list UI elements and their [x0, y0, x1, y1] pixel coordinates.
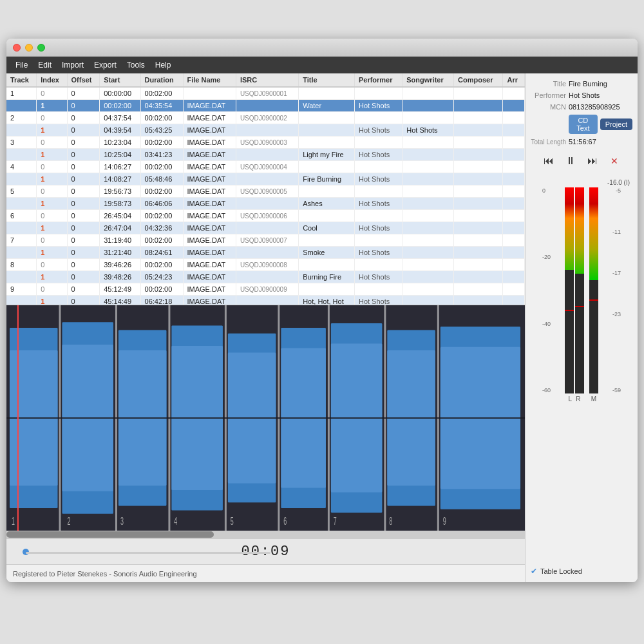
waveform-scrollbar[interactable]	[6, 531, 525, 538]
m-meter-peak	[589, 299, 598, 301]
table-row[interactable]: 1039:48:2605:24:23IMAGE.DATBurning FireH…	[6, 271, 525, 283]
svg-text:2: 2	[67, 515, 70, 527]
table-row[interactable]: 80039:46:2600:02:00IMAGE.DATUSQDJ0900008	[6, 259, 525, 271]
r-meter-peak	[575, 306, 584, 307]
track-table: Track Index Offset Start Duration File N…	[6, 73, 525, 305]
svg-text:4: 4	[174, 515, 177, 527]
menu-file[interactable]: File	[10, 59, 33, 71]
svg-text:3: 3	[120, 515, 124, 527]
table-row[interactable]: 1014:08:2705:48:46IMAGE.DATFire BurningH…	[6, 173, 525, 185]
close-button[interactable]	[13, 44, 21, 52]
col-start: Start	[100, 73, 140, 87]
cdtext-button[interactable]: CD Text	[569, 115, 598, 134]
menubar: File Edit Import Export Tools Help	[6, 57, 638, 73]
title-label: Title	[531, 80, 566, 88]
m-bar	[589, 187, 598, 393]
progress-line	[26, 552, 270, 554]
m-meter-group: M	[589, 187, 598, 406]
right-panel: Title Fire Burning Performer Hot Shots M…	[525, 73, 638, 582]
col-offset: Offset	[67, 73, 100, 87]
mcn-row: MCN 0813285908925	[531, 103, 632, 111]
table-row[interactable]: 60026:45:0400:02:00IMAGE.DATUSQDJ0900006	[6, 210, 525, 222]
peak-value: -16.0 (I)	[607, 179, 630, 186]
col-performer: Performer	[354, 73, 402, 87]
main-area: Track Index Offset Start Duration File N…	[6, 73, 638, 582]
meter-scale-right: -5 -11 -17 -23 -59	[612, 187, 621, 393]
lr-labels: L R	[569, 395, 581, 402]
menu-tools[interactable]: Tools	[122, 59, 150, 71]
performer-label: Performer	[531, 91, 566, 99]
titlebar	[6, 39, 638, 57]
r-label: R	[576, 395, 580, 402]
table-row[interactable]: 1000:02:0004:35:54IMAGE.DATWaterHot Shot…	[6, 100, 525, 112]
r-meter-bar	[575, 187, 584, 393]
col-title: Title	[299, 73, 355, 87]
table-locked-row: ✔ Table Locked	[531, 567, 632, 576]
meter-scale-left: 0 -20 -40 -60	[542, 187, 551, 393]
table-row[interactable]: 1019:58:7306:46:06IMAGE.DATAshesHot Shot…	[6, 198, 525, 210]
menu-help[interactable]: Help	[150, 59, 176, 71]
maximize-button[interactable]	[37, 44, 45, 52]
lr-bars	[565, 187, 584, 393]
menu-import[interactable]: Import	[57, 59, 89, 71]
total-length-value: 51:56:67	[569, 138, 596, 146]
col-arr: Arr	[503, 73, 525, 87]
waveform-area[interactable]: 1 2 3 4 5 6 7 8 9	[6, 305, 525, 531]
svg-text:7: 7	[334, 515, 337, 527]
table-header-row: Track Index Offset Start Duration File N…	[6, 73, 525, 87]
rewind-button[interactable]: ⏮	[540, 152, 558, 170]
l-label: L	[569, 395, 573, 402]
r-meter-cover	[575, 274, 584, 393]
table-row[interactable]: 1004:39:5405:43:25IMAGE.DATHot ShotsHot …	[6, 124, 525, 137]
waveform-svg: 1 2 3 4 5 6 7 8 9	[6, 305, 525, 531]
table-row[interactable]: 70031:19:4000:02:00IMAGE.DATUSQDJ0900007	[6, 234, 525, 247]
edit-row: CD Text Project	[569, 115, 632, 134]
pause-button[interactable]: ⏸	[562, 152, 580, 170]
table-row[interactable]: 20004:37:5400:02:00IMAGE.DATUSQDJ0900002	[6, 112, 525, 124]
svg-text:9: 9	[443, 515, 446, 527]
total-length-row: Total Length 51:56:67	[531, 138, 632, 146]
l-meter-bar	[565, 187, 574, 393]
track-table-container[interactable]: Track Index Offset Start Duration File N…	[6, 73, 525, 305]
col-isrc: ISRC	[236, 73, 298, 87]
status-bar: Registered to Pieter Stenekes - Sonoris …	[6, 564, 525, 582]
table-row[interactable]: 1045:14:4906:42:18IMAGE.DATHot, Hot, Hot…	[6, 296, 525, 306]
table-row[interactable]: 1031:21:4008:24:61IMAGE.DATSmokeHot Shot…	[6, 247, 525, 259]
l-meter-peak	[565, 310, 574, 311]
col-filename: File Name	[183, 73, 236, 87]
title-value: Fire Burning	[569, 80, 607, 88]
svg-text:8: 8	[389, 515, 392, 527]
table-row[interactable]: 90045:12:4900:02:00IMAGE.DATUSQDJ0900009	[6, 283, 525, 296]
play-button[interactable]: ⏭	[583, 152, 601, 170]
svg-text:5: 5	[231, 515, 234, 527]
transport-row: 00:09	[6, 538, 525, 564]
svg-text:6: 6	[283, 515, 287, 527]
col-index: Index	[37, 73, 67, 87]
svg-text:1: 1	[12, 515, 15, 527]
table-row[interactable]: 1010:25:0403:41:23IMAGE.DATLight my Fire…	[6, 149, 525, 161]
lr-meter-group: L R	[565, 187, 584, 406]
table-locked-text: Table Locked	[540, 567, 582, 575]
mcn-label: MCN	[531, 103, 566, 111]
col-songwriter: Songwriter	[402, 73, 454, 87]
table-row[interactable]: 10000:00:0000:02:00USQDJ0900001	[6, 87, 525, 100]
menu-edit[interactable]: Edit	[33, 59, 57, 71]
table-row[interactable]: 1026:47:0404:32:36IMAGE.DATCoolHot Shots	[6, 222, 525, 234]
menu-export[interactable]: Export	[89, 59, 122, 71]
performer-value: Hot Shots	[569, 91, 600, 99]
performer-row: Performer Hot Shots	[531, 91, 632, 99]
table-row[interactable]: 50019:56:7300:02:00IMAGE.DATUSQDJ0900005	[6, 185, 525, 198]
scrollbar-thumb[interactable]	[6, 531, 214, 538]
title-row: Title Fire Burning	[531, 80, 632, 88]
l-meter-cover	[565, 270, 574, 393]
table-row[interactable]: 30010:23:0400:02:00IMAGE.DATUSQDJ0900003	[6, 137, 525, 149]
registration-text: Registered to Pieter Stenekes - Sonoris …	[13, 570, 197, 578]
project-button[interactable]: Project	[600, 118, 632, 130]
meter-section: -16.0 (I) 0 -20 -40 -60	[531, 179, 632, 560]
table-row[interactable]: 40014:06:2700:02:00IMAGE.DATUSQDJ0900004	[6, 161, 525, 173]
stop-button[interactable]: ✕	[605, 152, 623, 170]
mcn-value: 0813285908925	[569, 103, 620, 111]
minimize-button[interactable]	[25, 44, 33, 52]
left-panel: Track Index Offset Start Duration File N…	[6, 73, 525, 582]
m-label: M	[591, 395, 596, 402]
